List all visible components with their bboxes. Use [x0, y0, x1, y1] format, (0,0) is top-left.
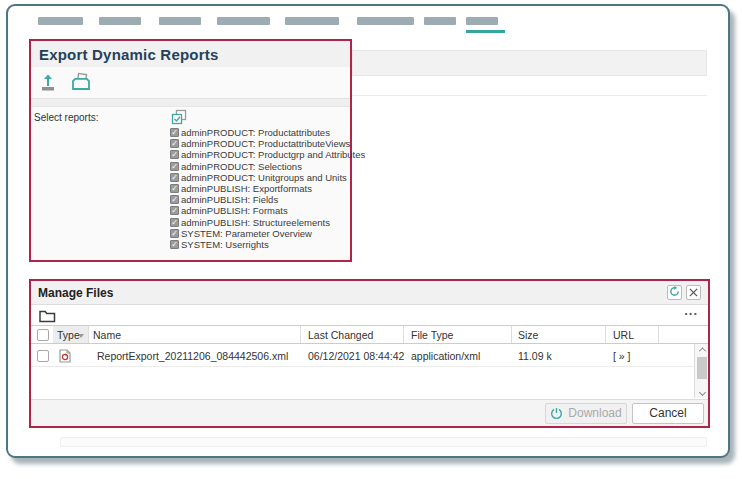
cancel-button[interactable]: Cancel [632, 403, 704, 424]
report-list: adminPRODUCT: Productattributes adminPRO… [170, 127, 365, 250]
checkbox-checked-icon[interactable] [170, 139, 179, 148]
report-checkbox-item[interactable]: adminPUBLISH: Formats [170, 205, 365, 216]
table-scrollbar[interactable] [694, 344, 708, 398]
checkbox-checked-icon[interactable] [170, 229, 179, 238]
select-all-checkbox-icon[interactable] [171, 109, 187, 129]
manage-files-panel: Manage Files [29, 279, 710, 428]
nav-tab-redacted[interactable] [357, 17, 414, 25]
checkbox-checked-icon[interactable] [170, 184, 179, 193]
row-checkbox[interactable] [37, 350, 49, 362]
download-button-label: Download [568, 406, 621, 420]
report-label: adminPUBLISH: Formats [181, 205, 288, 216]
report-label: adminPRODUCT: Unitgroups and Units [181, 172, 347, 183]
report-label: SYSTEM: Parameter Overview [181, 228, 312, 239]
select-all-files-checkbox[interactable] [37, 329, 49, 341]
app-window: Export Dynamic Reports Select reports: [6, 4, 730, 458]
report-checkbox-item[interactable]: adminPUBLISH: Fields [170, 194, 365, 205]
export-toolbar [40, 72, 92, 96]
report-checkbox-item[interactable]: adminPUBLISH: Structureelements [170, 217, 365, 228]
nav-tab-active-redacted[interactable] [466, 17, 498, 25]
report-label: adminPUBLISH: Fields [181, 194, 278, 205]
nav-tab-redacted[interactable] [99, 17, 141, 25]
file-type: application/xml [411, 350, 480, 362]
scroll-down-icon[interactable] [695, 387, 709, 398]
checkbox-checked-icon[interactable] [170, 218, 179, 227]
report-checkbox-item[interactable]: adminPRODUCT: Productgrp and Attributes [170, 149, 365, 160]
panel-title: Manage Files [38, 286, 113, 300]
report-checkbox-item[interactable]: adminPRODUCT: ProductattributeViews [170, 138, 365, 149]
column-header-file-type[interactable]: File Type [411, 329, 453, 341]
checkbox-checked-icon[interactable] [170, 240, 179, 249]
column-header-url[interactable]: URL [613, 329, 634, 341]
file-last-changed: 06/12/2021 08:44:42 [308, 350, 404, 362]
checkbox-checked-icon[interactable] [170, 150, 179, 159]
report-label: SYSTEM: Userrights [181, 239, 269, 250]
nav-tab-redacted[interactable] [285, 17, 339, 25]
column-separator [403, 326, 404, 343]
cancel-button-label: Cancel [649, 406, 686, 420]
xml-file-icon [59, 349, 71, 363]
close-icon [689, 285, 698, 300]
scroll-up-icon[interactable] [695, 344, 709, 355]
column-separator [300, 326, 301, 343]
report-label: adminPRODUCT: Selections [181, 161, 302, 172]
column-separator [605, 326, 606, 343]
page-background-footer-strip [60, 437, 707, 447]
active-tab-underline [466, 30, 505, 33]
column-header-name[interactable]: Name [93, 329, 121, 341]
scrollbar-thumb[interactable] [697, 357, 707, 379]
nav-tab-redacted[interactable] [38, 17, 83, 25]
checkbox-checked-icon[interactable] [170, 173, 179, 182]
column-separator [511, 326, 512, 343]
file-url-link[interactable]: [ » ] [613, 350, 631, 362]
sort-descending-icon[interactable] [78, 334, 84, 338]
column-separator [658, 326, 659, 343]
checkbox-checked-icon[interactable] [170, 195, 179, 204]
export-panel-divider [31, 98, 350, 107]
refresh-button[interactable] [667, 285, 682, 300]
export-archive-icon[interactable] [70, 72, 92, 96]
report-checkbox-item[interactable]: SYSTEM: Userrights [170, 239, 365, 250]
report-label: adminPRODUCT: Productattributes [181, 127, 330, 138]
column-header-type[interactable]: Type [57, 329, 80, 341]
checkbox-checked-icon[interactable] [170, 162, 179, 171]
report-checkbox-item[interactable]: SYSTEM: Parameter Overview [170, 228, 365, 239]
select-reports-label: Select reports: [34, 112, 98, 123]
report-checkbox-item[interactable]: adminPRODUCT: Selections [170, 161, 365, 172]
report-label: adminPRODUCT: Productgrp and Attributes [181, 149, 365, 160]
checkbox-checked-icon[interactable] [170, 128, 179, 137]
checkbox-checked-icon[interactable] [170, 206, 179, 215]
file-table-row[interactable]: ReportExport_20211206_084442506.xml 06/1… [31, 345, 708, 367]
files-table-header: Type Name Last Changed File Type Size UR… [31, 325, 708, 344]
report-label: adminPUBLISH: Exportformats [181, 183, 312, 194]
page-title: Export Dynamic Reports [39, 46, 218, 63]
manage-files-header: Manage Files [31, 281, 708, 305]
download-button[interactable]: Download [545, 403, 627, 424]
file-name[interactable]: ReportExport_20211206_084442506.xml [97, 350, 288, 362]
export-dynamic-reports-panel: Export Dynamic Reports Select reports: [29, 39, 352, 262]
column-header-size[interactable]: Size [518, 329, 538, 341]
download-icon [550, 407, 563, 420]
nav-tab-redacted[interactable] [159, 17, 201, 25]
page-background-band [352, 50, 707, 76]
report-checkbox-item[interactable]: adminPUBLISH: Exportformats [170, 183, 365, 194]
nav-tab-redacted[interactable] [217, 17, 270, 25]
refresh-icon [669, 285, 680, 300]
files-table-body [31, 367, 708, 398]
report-checkbox-item[interactable]: adminPRODUCT: Unitgroups and Units [170, 172, 365, 183]
column-header-last-changed[interactable]: Last Changed [308, 329, 373, 341]
upload-icon[interactable] [40, 72, 60, 96]
close-button[interactable] [686, 285, 701, 300]
report-label: adminPRODUCT: ProductattributeViews [181, 138, 350, 149]
report-checkbox-item[interactable]: adminPRODUCT: Productattributes [170, 127, 365, 138]
nav-tab-redacted[interactable] [424, 17, 456, 25]
more-options-button[interactable]: ... [684, 303, 698, 318]
file-size: 11.09 k [518, 350, 552, 362]
report-label: adminPUBLISH: Structureelements [181, 217, 330, 228]
page-background-divider [352, 95, 707, 96]
manage-files-footer: Download Cancel [31, 399, 708, 426]
